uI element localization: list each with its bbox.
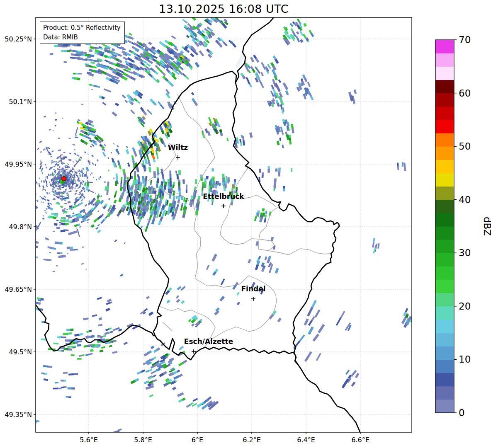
colorbar-band xyxy=(435,173,454,186)
city-label: Esch/Alzette xyxy=(184,337,233,346)
colorbar-band xyxy=(435,266,454,280)
region-border xyxy=(220,196,275,250)
radar-ground-clutter xyxy=(0,89,156,272)
radar-site-dot xyxy=(62,177,66,181)
city-label: Ettelbruck xyxy=(203,192,244,201)
colorbar-tick-label: 10 xyxy=(459,354,471,365)
y-tick-label: 49.95°N xyxy=(5,160,32,168)
colorbar-tick-label: 70 xyxy=(459,34,471,45)
city-labels: WiltzEttelbruckFindelEsch/Alzette xyxy=(168,143,266,354)
colorbar-band xyxy=(435,293,454,307)
region-border xyxy=(159,306,215,339)
colorbar-band xyxy=(435,346,454,360)
y-tick-label: 49.35°N xyxy=(5,411,32,419)
country-border xyxy=(298,364,360,432)
region-border xyxy=(163,322,173,331)
colorbar-band xyxy=(435,93,454,107)
colorbar-band xyxy=(435,240,454,253)
echo-smudge xyxy=(235,54,245,68)
x-tick-label: 6.2°E xyxy=(243,436,261,444)
colorbar-band xyxy=(435,133,454,147)
map-content: WiltzEttelbruckFindelEsch/Alzette xyxy=(0,12,414,434)
y-tick-label: 50.1°N xyxy=(9,98,32,106)
colorbar-axis-label: dBZ xyxy=(482,217,491,236)
colorbar-band xyxy=(435,359,454,373)
x-tick-label: 6.4°E xyxy=(297,436,315,444)
radar-figure: 13.10.2025 16:08 UTC WiltzEttelbruckFind… xyxy=(0,0,491,448)
colorbar-tick-label: 60 xyxy=(459,88,471,99)
x-tick-label: 5.6°E xyxy=(80,436,98,444)
colorbar-band xyxy=(435,146,454,160)
colorbar-tick-label: 20 xyxy=(459,301,471,312)
colorbar-band xyxy=(435,280,454,293)
colorbar-band xyxy=(435,400,454,413)
product-info-box: Product: 0.5° Reflectivity Data: RMIB xyxy=(40,22,125,44)
colorbar: 010203040506070dBZ xyxy=(435,34,491,418)
colorbar-band xyxy=(435,373,454,387)
city-findel: Findel xyxy=(241,285,265,301)
x-tick-label: 6.6°E xyxy=(351,436,369,444)
colorbar-tick-label: 30 xyxy=(459,247,471,258)
colorbar-tick-label: 0 xyxy=(459,407,465,418)
city-ettelbruck: Ettelbruck xyxy=(203,192,244,208)
colorbar-band xyxy=(435,200,454,213)
y-tick-label: 49.8°N xyxy=(9,223,32,231)
colorbar-band xyxy=(435,213,454,227)
colorbar-band xyxy=(435,253,454,266)
colorbar-band xyxy=(435,40,454,53)
country-borders xyxy=(36,17,360,432)
colorbar-tick-label: 50 xyxy=(459,141,471,152)
colorbar-band xyxy=(435,160,454,173)
colorbar-band xyxy=(435,107,454,120)
y-tick-label: 50.25°N xyxy=(5,35,32,43)
colorbar-tick-label: 40 xyxy=(459,194,471,205)
colorbar-band xyxy=(435,120,454,133)
colorbar-band xyxy=(435,333,454,346)
colorbar-band xyxy=(435,53,454,67)
radar-echoes xyxy=(29,12,414,434)
city-label: Findel xyxy=(241,285,265,293)
colorbar-band xyxy=(435,226,454,240)
echo-blob xyxy=(61,181,65,184)
x-tick-label: 5.8°E xyxy=(134,436,152,444)
city-label: Wiltz xyxy=(168,143,188,152)
colorbar-band xyxy=(435,320,454,333)
region-border xyxy=(193,157,215,278)
y-tick-label: 49.65°N xyxy=(5,286,32,293)
data-source-line: Data: RMIB xyxy=(43,33,121,42)
product-line: Product: 0.5° Reflectivity xyxy=(43,23,121,33)
x-tick-label: 6°E xyxy=(192,436,203,444)
city-wiltz: Wiltz xyxy=(168,143,188,160)
y-tick-label: 49.5°N xyxy=(9,348,32,356)
radar-map-plot: WiltzEttelbruckFindelEsch/Alzette5.6°E5.… xyxy=(0,0,491,448)
region-border xyxy=(258,249,331,255)
city-marker-icon xyxy=(176,155,180,160)
city-marker-icon xyxy=(221,204,226,208)
colorbar-band xyxy=(435,80,454,93)
colorbar-band xyxy=(435,186,454,200)
colorbar-band xyxy=(435,386,454,400)
colorbar-band xyxy=(435,306,454,320)
colorbar-band xyxy=(435,66,454,80)
city-esch-alzette: Esch/Alzette xyxy=(184,337,233,354)
